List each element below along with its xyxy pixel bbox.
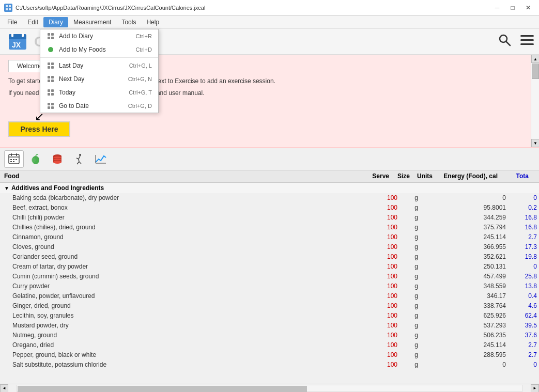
tab-apple-button[interactable] — [26, 150, 45, 168]
food-item-energy: 95.8001 — [446, 204, 508, 211]
dropdown-next-day[interactable]: Next Day Ctrl+G, N — [40, 72, 158, 86]
dropdown-add-to-diary[interactable]: Add to Diary Ctrl+R — [40, 29, 158, 43]
food-item-name: Lecithin, soy, granules — [0, 312, 368, 319]
svg-rect-23 — [48, 106, 50, 109]
food-item-serve: 100 — [368, 292, 399, 300]
svg-rect-4 — [48, 33, 50, 36]
food-item-total: 0 — [508, 361, 539, 368]
food-item-size: g — [399, 332, 420, 339]
close-button[interactable]: ✕ — [521, 3, 535, 13]
svg-rect-44 — [13, 159, 14, 160]
food-item-name: Cream of tartar, dry powder — [0, 263, 368, 270]
food-item-size: g — [399, 204, 420, 211]
dropdown-add-to-my-foods[interactable]: Add to My Foods Ctrl+D — [40, 43, 158, 56]
table-row[interactable]: Beef, extract, bonox 100 g 95.8001 0.2 — [0, 203, 539, 213]
table-row[interactable]: Gelatine, powder, unflavoured 100 g 346.… — [0, 291, 539, 301]
svg-rect-45 — [16, 159, 17, 160]
tab-runner-button[interactable] — [69, 150, 89, 168]
food-item-size: g — [399, 233, 420, 241]
menu-tools[interactable]: Tools — [116, 17, 141, 27]
scroll-thumb[interactable] — [532, 64, 539, 79]
table-row[interactable]: Lecithin, soy, granules 100 g 625.926 62… — [0, 311, 539, 321]
table-row[interactable]: Curry powder 100 g 348.559 13.8 — [0, 281, 539, 291]
food-item-name: Cloves, ground — [0, 243, 368, 250]
svg-rect-34 — [520, 43, 534, 45]
table-row[interactable]: Cinnamon, ground 100 g 245.114 2.7 — [0, 232, 539, 242]
search-button[interactable] — [498, 33, 512, 51]
col-header-size: Size — [391, 173, 412, 180]
table-row[interactable]: Cream of tartar, dry powder 100 g 250.13… — [0, 262, 539, 272]
food-item-serve: 100 — [368, 341, 399, 349]
tab-icons-row — [0, 148, 539, 170]
table-row[interactable]: Chillies (chilies), dried, ground 100 g … — [0, 223, 539, 232]
table-row[interactable]: Chilli (chili) powder 100 g 344.259 16.8 — [0, 213, 539, 223]
menu-help[interactable]: Help — [141, 17, 164, 27]
col-header-serve: Serve — [360, 173, 391, 180]
scroll-down-button[interactable]: ▼ — [531, 139, 539, 147]
food-item-name: Gelatine, powder, unflavoured — [0, 292, 368, 300]
table-row[interactable]: Mustard powder, dry 100 g 537.293 39.5 — [0, 321, 539, 331]
menu-file[interactable]: File — [2, 17, 22, 27]
menu-diary[interactable]: Diary — [43, 17, 68, 27]
food-item-name: Chillies (chilies), dried, ground — [0, 224, 368, 231]
expand-icon[interactable]: ▼ — [4, 185, 9, 191]
food-item-total: 2.7 — [508, 351, 539, 358]
table-row[interactable]: Ginger, dried, ground 100 g 338.764 4.6 — [0, 301, 539, 311]
dropdown-go-to-date[interactable]: Go to Date Ctrl+G, D — [40, 99, 158, 113]
food-item-total: 62.4 — [508, 312, 539, 319]
svg-rect-42 — [16, 153, 17, 156]
col-header-units: Units — [412, 173, 438, 180]
press-here-button[interactable]: Press Here — [8, 121, 70, 137]
scroll-left-button[interactable]: ◄ — [0, 384, 8, 393]
table-row[interactable]: Cumin (cummin) seeds, ground 100 g 457.4… — [0, 272, 539, 281]
minimize-button[interactable]: ─ — [490, 3, 504, 13]
table-row[interactable]: Cloves, ground 100 g 366.955 17.3 — [0, 242, 539, 252]
food-item-serve: 100 — [368, 312, 399, 319]
food-item-serve: 100 — [368, 361, 399, 368]
food-item-total: 37.6 — [508, 332, 539, 339]
svg-rect-12 — [51, 66, 54, 69]
menu-measurement[interactable]: Measurement — [68, 17, 116, 27]
calendar-tab-icon — [8, 153, 20, 165]
food-item-total: 0.2 — [508, 204, 539, 211]
table-row[interactable]: Pepper, ground, black or white 100 g 288… — [0, 350, 539, 360]
food-item-serve: 100 — [368, 322, 399, 329]
maximize-button[interactable]: □ — [506, 3, 519, 13]
scroll-right-button[interactable]: ► — [531, 384, 539, 393]
food-item-name: Cinnamon, ground — [0, 233, 368, 241]
table-row[interactable]: Nutmeg, ground 100 g 506.235 37.6 — [0, 331, 539, 340]
menu-edit[interactable]: Edit — [22, 17, 43, 27]
food-item-energy: 346.17 — [446, 292, 508, 300]
table-row[interactable]: Coriander seed, ground 100 g 352.621 19.… — [0, 252, 539, 262]
dropdown-today[interactable]: Today Ctrl+G, T — [40, 86, 158, 99]
food-item-name: Curry powder — [0, 283, 368, 290]
table-row[interactable]: Baking soda (bicarbonate), dry powder 10… — [0, 193, 539, 203]
tab-chart-button[interactable] — [91, 150, 111, 168]
scroll-up-button[interactable]: ▲ — [531, 55, 539, 63]
food-item-energy: 288.595 — [446, 351, 508, 358]
food-item-energy: 366.955 — [446, 243, 508, 250]
tab-calendar-button[interactable] — [4, 150, 24, 168]
hamburger-menu-button[interactable] — [520, 35, 534, 48]
table-row[interactable]: Salt substitute, potassium chloride 100 … — [0, 360, 539, 370]
food-table-body[interactable]: ▼ Additives and Food Ingredients Baking … — [0, 183, 539, 384]
dropdown-last-day[interactable]: Last Day Ctrl+G, L — [40, 59, 158, 72]
horizontal-scrollbar: ◄ ► — [0, 384, 539, 392]
tab-database-button[interactable] — [48, 150, 67, 168]
svg-rect-18 — [51, 89, 54, 92]
add-to-diary-shortcut: Ctrl+R — [136, 33, 152, 39]
svg-rect-13 — [48, 76, 50, 79]
toolbar-right — [498, 33, 534, 51]
svg-rect-3 — [9, 8, 11, 10]
horizontal-scroll-thumb[interactable] — [18, 386, 307, 392]
svg-rect-22 — [51, 103, 54, 105]
table-row[interactable]: Oregano, dried 100 g 245.114 2.7 — [0, 340, 539, 350]
food-item-energy: 348.559 — [446, 283, 508, 290]
food-item-size: g — [399, 273, 420, 280]
press-here-box: ↙ Press Here — [8, 110, 70, 137]
chart-tab-icon — [95, 153, 107, 165]
grid-icon-today — [47, 88, 55, 97]
runner-tab-icon — [73, 153, 85, 165]
food-item-size: g — [399, 214, 420, 221]
apple-tab-icon — [29, 153, 42, 165]
